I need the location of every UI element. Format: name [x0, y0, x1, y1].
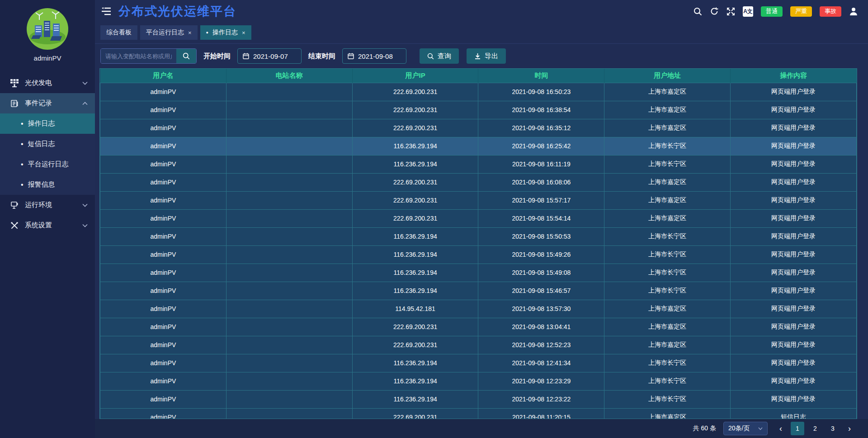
next-page-button[interactable]: › — [844, 422, 855, 435]
cell-action: 网页端用户登录 — [731, 300, 857, 318]
table-row[interactable]: adminPV 222.69.200.231 2021-09-08 16:50:… — [100, 83, 857, 101]
sidebar: adminPV 光伏发电 — [0, 0, 95, 438]
table-row[interactable]: adminPV 222.69.200.231 2021-09-08 16:08:… — [100, 173, 857, 191]
page-button-3[interactable]: 3 — [826, 422, 840, 435]
start-date-value: 2021-09-07 — [253, 52, 288, 60]
close-icon[interactable]: × — [188, 29, 192, 36]
sidebar-item-label: 平台运行日志 — [28, 160, 69, 169]
sidebar-item-event-records[interactable]: 事件记录 — [0, 93, 95, 113]
cell-user-ip: 116.236.29.194 — [352, 264, 478, 282]
table-row[interactable]: adminPV 114.95.42.181 2021-09-08 13:57:3… — [100, 300, 857, 318]
column-header-time[interactable]: 时间 — [478, 69, 604, 83]
end-date-value: 2021-09-08 — [358, 52, 393, 60]
query-button[interactable]: 查询 — [420, 48, 459, 64]
cell-station — [226, 137, 352, 155]
table-row[interactable]: adminPV 116.236.29.194 2021-09-08 16:11:… — [100, 155, 857, 173]
start-date-input[interactable]: 2021-09-07 — [237, 48, 302, 64]
cell-user-ip: 116.236.29.194 — [352, 245, 478, 264]
table-row[interactable]: adminPV 222.69.200.231 2021-09-08 16:38:… — [100, 101, 857, 119]
cell-address: 上海市嘉定区 — [604, 318, 731, 336]
table-row[interactable]: adminPV 116.236.29.194 2021-09-08 15:49:… — [100, 245, 857, 264]
sidebar-item-operation-log[interactable]: • 操作日志 — [0, 113, 95, 134]
refresh-icon[interactable] — [710, 7, 719, 16]
column-header-username[interactable]: 用户名 — [100, 69, 226, 83]
page-button-1[interactable]: 1 — [791, 422, 804, 435]
cell-station — [226, 101, 352, 119]
table-row[interactable]: adminPV 116.236.29.194 2021-09-08 15:49:… — [100, 264, 857, 282]
table-row[interactable]: adminPV 116.236.29.194 2021-09-08 12:23:… — [100, 390, 857, 408]
cell-station — [226, 245, 352, 264]
alarm-badge-severe[interactable]: 严重 — [790, 6, 812, 17]
table-row[interactable]: adminPV 222.69.200.231 2021-09-08 11:20:… — [100, 408, 857, 419]
cell-station — [226, 191, 352, 209]
column-header-station[interactable]: 电站名称 — [226, 69, 352, 83]
table-row[interactable]: adminPV 116.236.29.194 2021-09-08 16:25:… — [100, 137, 857, 155]
cell-address: 上海市长宁区 — [604, 245, 731, 264]
sidebar-item-alarm-info[interactable]: • 报警信息 — [0, 174, 95, 195]
fullscreen-icon[interactable] — [726, 7, 735, 16]
cell-action: 网页端用户登录 — [731, 282, 857, 300]
alarm-badge-accident[interactable]: 事故 — [820, 6, 841, 17]
total-count-label: 共 60 条 — [693, 424, 716, 433]
cell-station — [226, 390, 352, 408]
table-row[interactable]: adminPV 222.69.200.231 2021-09-08 13:04:… — [100, 318, 857, 336]
log-book-icon — [10, 99, 19, 108]
cell-username: adminPV — [100, 408, 226, 419]
export-button[interactable]: 导出 — [467, 48, 506, 64]
cell-address: 上海市嘉定区 — [604, 83, 731, 101]
tab-dashboard[interactable]: 综合看板 — [100, 25, 137, 40]
tab-label: 操作日志 — [212, 28, 238, 37]
table-row[interactable]: adminPV 222.69.200.231 2021-09-08 16:35:… — [100, 119, 857, 137]
table-row[interactable]: adminPV 222.69.200.231 2021-09-08 15:54:… — [100, 209, 857, 227]
cell-address: 上海市长宁区 — [604, 372, 731, 390]
prev-page-button[interactable]: ‹ — [775, 422, 787, 435]
search-submit-button[interactable] — [176, 49, 196, 63]
sidebar-item-sms-log[interactable]: • 短信日志 — [0, 134, 95, 154]
column-header-address[interactable]: 用户地址 — [604, 69, 731, 83]
cell-station — [226, 264, 352, 282]
cell-station — [226, 372, 352, 390]
sidebar-item-runtime-env[interactable]: 运行环境 — [0, 195, 95, 215]
calendar-icon — [348, 53, 354, 59]
cell-username: adminPV — [100, 354, 226, 372]
cell-address: 上海市嘉定区 — [604, 119, 731, 137]
page-size-select[interactable]: 20条/页 — [723, 422, 768, 435]
user-avatar-icon[interactable] — [849, 7, 858, 16]
table-row[interactable]: adminPV 222.69.200.231 2021-09-08 15:57:… — [100, 191, 857, 209]
sidebar-submenu-event-records: • 操作日志 • 短信日志 • 平台运行日志 • 报警信息 — [0, 113, 95, 195]
column-header-user-ip[interactable]: 用户IP — [352, 69, 478, 83]
search-icon[interactable] — [693, 7, 702, 16]
collapse-sidebar-icon[interactable] — [101, 7, 111, 15]
close-icon[interactable]: × — [242, 29, 245, 36]
cell-time: 2021-09-08 13:57:30 — [478, 300, 604, 318]
cell-address: 上海市长宁区 — [604, 390, 731, 408]
cell-address: 上海市嘉定区 — [604, 191, 731, 209]
cell-action: 网页端用户登录 — [731, 101, 857, 119]
tab-platform-run-log[interactable]: 平台运行日志 × — [140, 25, 198, 40]
page-title: 分布式光伏运维平台 — [118, 3, 236, 19]
cell-address: 上海市嘉定区 — [604, 300, 731, 318]
cell-user-ip: 116.236.29.194 — [352, 227, 478, 245]
column-header-action[interactable]: 操作内容 — [731, 69, 857, 83]
topbar-actions: A文 普通 严重 事故 — [693, 6, 858, 17]
table-header-row: 用户名 电站名称 用户IP 时间 用户地址 操作内容 — [100, 69, 857, 83]
search-input[interactable] — [101, 49, 176, 63]
sidebar-item-pv-generation[interactable]: 光伏发电 — [0, 73, 95, 93]
sidebar-item-system-settings[interactable]: 系统设置 — [0, 215, 95, 235]
cell-time: 2021-09-08 15:46:57 — [478, 282, 604, 300]
table-row[interactable]: adminPV 116.236.29.194 2021-09-08 15:46:… — [100, 282, 857, 300]
end-date-input[interactable]: 2021-09-08 — [342, 48, 406, 64]
table-row[interactable]: adminPV 116.236.29.194 2021-09-08 15:50:… — [100, 227, 857, 245]
table-row[interactable]: adminPV 116.236.29.194 2021-09-08 12:41:… — [100, 354, 857, 372]
table-row[interactable]: adminPV 116.236.29.194 2021-09-08 12:23:… — [100, 372, 857, 390]
alarm-badge-normal[interactable]: 普通 — [761, 6, 783, 17]
cell-user-ip: 222.69.200.231 — [352, 101, 478, 119]
table-row[interactable]: adminPV 222.69.200.231 2021-09-08 12:52:… — [100, 336, 857, 354]
cell-station — [226, 119, 352, 137]
page-button-2[interactable]: 2 — [808, 422, 822, 435]
sidebar-item-label: 报警信息 — [28, 180, 55, 189]
tab-operation-log[interactable]: ● 操作日志 × — [200, 25, 251, 40]
operation-log-table: 用户名 电站名称 用户IP 时间 用户地址 操作内容 adminPV 222.6… — [99, 68, 857, 419]
language-switch-icon[interactable]: A文 — [743, 6, 753, 17]
sidebar-item-platform-run-log[interactable]: • 平台运行日志 — [0, 154, 95, 174]
